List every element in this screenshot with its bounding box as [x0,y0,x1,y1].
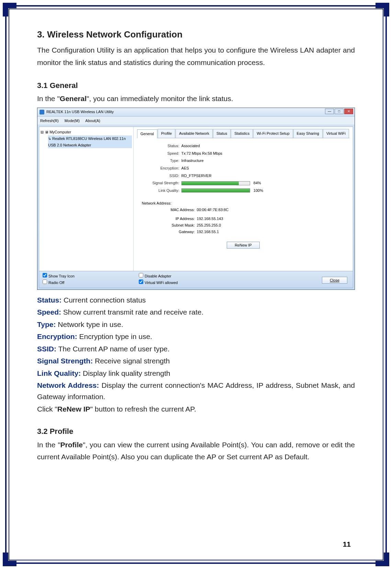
def-lq-desc: Display link quality strength [81,369,170,377]
close-window-button[interactable]: ✕ [344,109,353,114]
radio-off-label: Radio Off [48,281,64,285]
minimize-button[interactable]: — [325,109,334,114]
ssid-label: SSID: [142,173,181,179]
tab-virtual-wifi[interactable]: Virtual WiFi [323,129,349,138]
gateway-label: Gateway: [142,229,197,235]
link-quality-pct: 100% [254,187,263,194]
link-quality-bar [181,188,250,193]
type-value: Infrastructure [181,157,204,164]
menu-mode[interactable]: Mode(M) [65,119,80,123]
show-tray-checkbox[interactable] [43,273,47,277]
menu-about[interactable]: About(A) [85,119,100,123]
signal-strength-pct: 84% [254,180,261,186]
close-button[interactable]: Close [322,277,347,284]
signal-strength-label: Signal Strength: [142,180,181,186]
ip-value: 192.168.55.143 [197,217,223,221]
page-number: 11 [343,540,351,548]
app-footer: Show Tray Icon Radio Off Disable Adapter… [39,271,353,288]
def-type-term: Type: [37,320,56,328]
subsection-profile: 3.2 Profile [37,425,355,438]
tab-status[interactable]: Status [213,129,231,138]
tab-wps[interactable]: Wi-Fi Protect Setup [253,129,293,138]
def-enc-desc: Encryption type in use. [77,332,152,340]
tree-adapter[interactable]: ↳ Realtek RTL8188CU Wireless LAN 802.11n… [48,135,132,148]
window-title: REALTEK 11n USB Wireless LAN Utility [46,109,114,115]
general-intro: In the "General", you can immediately mo… [37,92,355,105]
ip-label: IP Address: [142,216,197,222]
menu-refresh[interactable]: Refresh(R) [40,119,59,123]
def-ssid-desc: The Current AP name of user type. [56,345,170,353]
app-window: REALTEK 11n USB Wireless LAN Utility — □… [37,108,355,290]
subnet-label: Subnet Mask: [142,222,197,229]
def-type-desc: Network type in use. [56,320,123,328]
def-speed-term: Speed: [37,308,61,316]
renew-ip-button[interactable]: ReNew IP [227,242,260,249]
app-icon [40,110,44,114]
virtual-wifi-checkbox[interactable] [139,280,143,284]
tree-root[interactable]: ⊟ 🖥 MyComputer [41,129,132,135]
virtual-wifi-label: Virtual WiFi allowed [145,281,178,285]
profile-intro: In the "Profile", you can view the curre… [37,439,355,463]
def-enc-term: Encryption: [37,332,77,340]
maximize-button[interactable]: □ [335,109,344,114]
mac-label: MAC Address: [142,207,197,213]
device-tree: ⊟ 🖥 MyComputer ↳ Realtek RTL8188CU Wirel… [39,127,134,277]
def-na-term: Network Address: [37,381,99,389]
network-address-title: Network Address: [142,200,345,207]
tab-general[interactable]: General [137,129,157,138]
section-heading: 3. Wireless Network Configuration [37,27,355,42]
subsection-general: 3.1 General [37,79,355,92]
disable-adapter-checkbox[interactable] [139,273,143,277]
encryption-label: Encryption: [142,165,181,172]
def-sig-desc: Receive signal strength [93,357,170,365]
tab-available-network[interactable]: Available Network [176,129,213,138]
speed-value: Tx:72 Mbps Rx:58 Mbps [181,150,222,157]
tab-strip: General Profile Available Network Status… [137,129,349,138]
mac-value: 00:06:4F:7E:83:8C [197,208,228,212]
renew-ip-term: ReNew IP [57,405,90,413]
def-speed-desc: Show current transmit rate and receive r… [61,308,203,316]
def-status-desc: Current connection status [61,296,146,304]
tab-easy-sharing[interactable]: Easy Sharing [293,129,323,138]
disable-adapter-label: Disable Adapter [145,274,171,278]
radio-off-checkbox[interactable] [43,280,47,284]
link-quality-label: Link Quality: [142,187,181,194]
def-lq-term: Link Quality: [37,369,81,377]
ssid-value: RD_FTPSERVER [181,173,212,179]
type-label: Type: [142,157,181,164]
encryption-value: AES [181,165,189,172]
tab-statistics[interactable]: Statistics [231,129,253,138]
section-intro: The Configuration Utility is an applicat… [37,44,355,68]
status-label: Status: [142,143,181,149]
status-value: Associated [181,143,200,149]
menubar: Refresh(R) Mode(M) About(A) [37,117,355,125]
speed-label: Speed: [142,150,181,157]
def-sig-term: Signal Strength: [37,357,93,365]
signal-strength-bar [181,181,250,185]
def-ssid-term: SSID: [37,345,56,353]
show-tray-label: Show Tray Icon [48,274,75,278]
subnet-value: 255.255.255.0 [197,223,221,227]
tab-profile[interactable]: Profile [158,129,175,138]
gateway-value: 192.168.55.1 [197,230,219,234]
def-status-term: Status: [37,296,61,304]
window-titlebar: REALTEK 11n USB Wireless LAN Utility — □… [37,108,355,117]
